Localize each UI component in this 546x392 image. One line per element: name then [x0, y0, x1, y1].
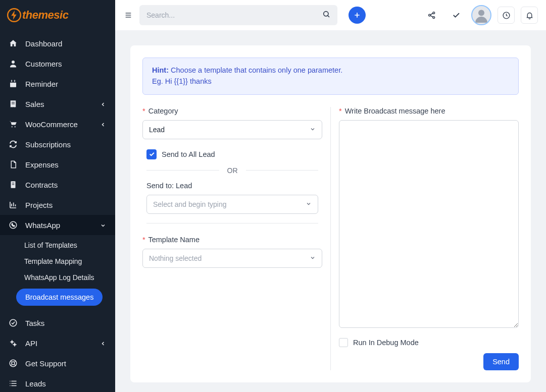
svg-rect-12 [12, 184, 15, 185]
home-icon [8, 38, 18, 48]
subnav-whatsapp: List of Templates Template Mapping Whats… [0, 235, 115, 313]
svg-rect-4 [11, 80, 12, 82]
sidebar-item-contracts[interactable]: Contracts [0, 175, 115, 195]
sidebar: themesic Dashboard Customers Reminder Sa… [0, 0, 115, 392]
category-value: Lead [149, 126, 165, 134]
svg-point-15 [11, 341, 14, 344]
hint-line1: Choose a template that contains only one… [169, 66, 342, 74]
refresh-icon [8, 139, 18, 149]
nav-label: Sales [25, 100, 100, 108]
send-all-checkbox[interactable] [146, 149, 157, 159]
chevron-left-icon [100, 121, 107, 128]
send-button[interactable]: Send [483, 353, 519, 370]
calendar-icon [8, 79, 18, 89]
debug-checkbox[interactable] [339, 338, 348, 347]
menu-icon [124, 11, 132, 19]
cart-icon [8, 119, 18, 129]
menu-toggle-button[interactable] [123, 10, 133, 20]
nav-label: Get Support [25, 359, 107, 368]
broadcast-textarea[interactable] [339, 120, 519, 328]
template-select[interactable]: Nothing selected [142, 249, 322, 268]
nav-label: Expenses [25, 160, 107, 169]
document-icon [8, 180, 18, 190]
svg-point-16 [14, 344, 16, 346]
actions: Send [339, 353, 519, 370]
template-label: * Template Name [142, 236, 322, 244]
brand-logo: themesic [7, 8, 68, 22]
svg-point-8 [12, 126, 13, 127]
template-group: * Template Name Nothing selected [142, 236, 322, 268]
topbar [115, 0, 546, 30]
svg-point-23 [478, 10, 484, 16]
chevron-left-icon [100, 100, 107, 107]
send-all-label: Send to All Lead [162, 150, 215, 158]
sidebar-item-customers[interactable]: Customers [0, 53, 115, 74]
svg-point-14 [10, 319, 17, 326]
nav-label: Reminder [25, 80, 107, 88]
content: Hint: Choose a template that contains on… [115, 30, 546, 392]
add-button[interactable] [349, 7, 366, 24]
sidebar-item-support[interactable]: Get Support [0, 353, 115, 373]
avatar[interactable] [471, 5, 491, 25]
sidebar-item-whatsapp[interactable]: WhatsApp [0, 215, 115, 235]
check-button[interactable] [447, 6, 465, 24]
file-icon [8, 159, 18, 170]
recipient-subsection: Send to All Lead OR Send to: Lead Select… [142, 149, 322, 223]
subnav-item-mapping[interactable]: Template Mapping [0, 253, 115, 269]
svg-rect-5 [14, 80, 15, 82]
sidebar-item-subscriptions[interactable]: Subscriptions [0, 134, 115, 154]
notifications-button[interactable] [521, 7, 538, 24]
search-box[interactable] [139, 5, 337, 25]
nav-label: Customers [25, 60, 107, 68]
send-to-placeholder: Select and begin typing [153, 200, 227, 208]
nav-label: Subscriptions [25, 140, 107, 149]
svg-rect-6 [12, 102, 15, 102]
sidebar-item-tasks[interactable]: Tasks [0, 313, 115, 333]
share-button[interactable] [423, 6, 441, 24]
subnav-item-log[interactable]: WhatsApp Log Details [0, 269, 115, 286]
send-to-select[interactable]: Select and begin typing [146, 195, 318, 214]
person-icon [8, 59, 18, 69]
brand-name: themesic [22, 9, 68, 22]
whatsapp-icon [8, 220, 18, 230]
subnav-item-templates[interactable]: List of Templates [0, 237, 115, 253]
svg-point-9 [15, 126, 16, 127]
user-avatar-icon [472, 6, 490, 24]
svg-rect-3 [10, 81, 16, 83]
subnav-item-broadcast[interactable]: Broadcast messages [16, 289, 103, 306]
chevron-down-icon [100, 221, 107, 229]
bell-icon [525, 11, 534, 20]
svg-rect-11 [12, 183, 15, 183]
nav-label: Leads [25, 379, 107, 388]
nav-label: API [25, 339, 100, 348]
sidebar-item-projects[interactable]: Projects [0, 195, 115, 215]
history-button[interactable] [498, 7, 515, 24]
sidebar-item-sales[interactable]: Sales [0, 94, 115, 114]
sidebar-item-reminder[interactable]: Reminder [0, 74, 115, 94]
main: Hint: Choose a template that contains on… [115, 0, 546, 392]
gears-icon [8, 338, 18, 348]
nav-label: Projects [25, 201, 107, 209]
hint-box: Hint: Choose a template that contains on… [142, 58, 519, 95]
sidebar-item-api[interactable]: API [0, 333, 115, 353]
sidebar-item-dashboard[interactable]: Dashboard [0, 33, 115, 53]
search-input[interactable] [146, 11, 317, 19]
form-left-column: * Category Lead Send to All [142, 107, 331, 370]
lifebuoy-icon [8, 358, 18, 368]
plus-icon [353, 11, 361, 19]
category-select[interactable]: Lead [142, 120, 322, 139]
chevron-down-icon [310, 254, 316, 262]
share-icon [427, 11, 436, 20]
sidebar-item-leads[interactable]: Leads [0, 373, 115, 392]
broadcast-card: Hint: Choose a template that contains on… [130, 45, 531, 382]
sidebar-item-woocommerce[interactable]: WooCommerce [0, 114, 115, 134]
nav: Dashboard Customers Reminder Sales WooCo… [0, 30, 115, 392]
send-to-label: Send to: Lead [146, 182, 318, 190]
category-group: * Category Lead [142, 107, 322, 139]
search-icon [322, 10, 330, 20]
check-icon [452, 11, 461, 20]
nav-label: Contracts [25, 181, 107, 189]
hint-line2: Eg. Hi {{1}} thanks [152, 77, 212, 85]
sidebar-item-expenses[interactable]: Expenses [0, 154, 115, 175]
brand-icon [7, 8, 21, 22]
